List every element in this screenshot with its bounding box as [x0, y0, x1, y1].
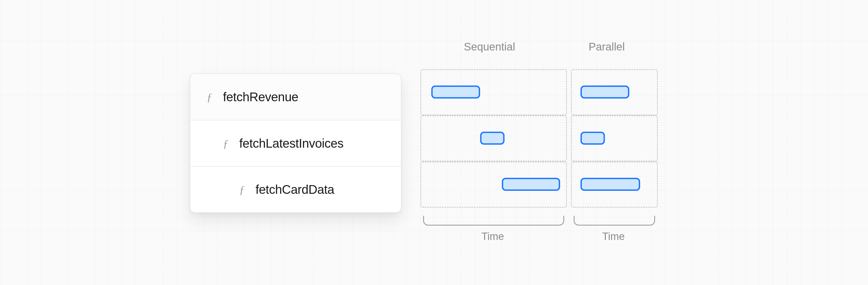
time-bracket: [423, 216, 564, 226]
function-icon: ƒ: [237, 183, 247, 196]
time-label: Time: [602, 231, 625, 243]
timeline-bar: [480, 132, 504, 145]
function-icon: ƒ: [220, 137, 231, 150]
timeline-bar: [431, 86, 480, 98]
function-row: ƒ fetchLatestInvoices: [190, 120, 401, 166]
function-row: ƒ fetchCardData: [190, 166, 401, 212]
time-label: Time: [482, 231, 504, 243]
function-name: fetchCardData: [255, 182, 334, 197]
column-header-sequential: Sequential: [464, 41, 515, 53]
timeline-bar: [581, 86, 629, 98]
function-card: ƒ fetchRevenue ƒ fetchLatestInvoices ƒ f…: [190, 73, 401, 213]
timeline-bar: [502, 178, 560, 191]
function-row: ƒ fetchRevenue: [190, 74, 401, 120]
timeline-bar: [581, 178, 640, 191]
time-bracket: [574, 216, 655, 226]
function-name: fetchRevenue: [223, 90, 299, 104]
column-header-parallel: Parallel: [589, 41, 625, 53]
function-name: fetchLatestInvoices: [239, 136, 343, 151]
function-icon: ƒ: [204, 91, 215, 104]
timeline-bar: [581, 132, 605, 145]
